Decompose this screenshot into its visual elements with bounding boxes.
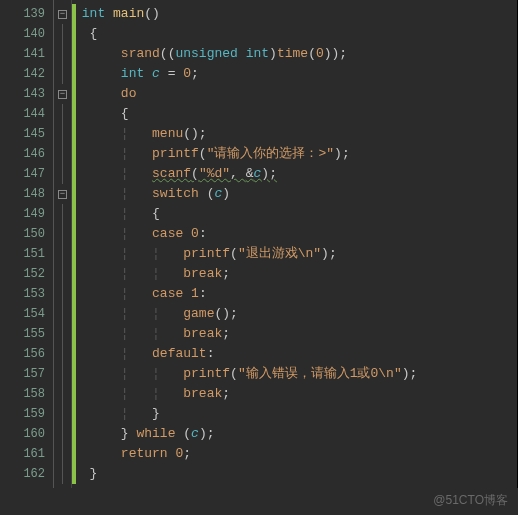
- code-line: ¦ {: [74, 204, 517, 224]
- line-number: 158: [0, 384, 53, 404]
- code-line: ¦ ¦ game();: [74, 304, 517, 324]
- fold-cell: [54, 304, 71, 324]
- fold-cell: [54, 204, 71, 224]
- line-number: 156: [0, 344, 53, 364]
- code-line: ¦ printf("请输入你的选择：>");: [74, 144, 517, 164]
- line-number: 139: [0, 4, 53, 24]
- code-line: } while (c);: [74, 424, 517, 444]
- fold-cell: [54, 344, 71, 364]
- code-line: ¦ scanf("%d", &c);: [74, 164, 517, 184]
- line-number: 145: [0, 124, 53, 144]
- code-line: srand((unsigned int)time(0));: [74, 44, 517, 64]
- fold-cell: [54, 164, 71, 184]
- line-number: 153: [0, 284, 53, 304]
- code-line: {: [74, 104, 517, 124]
- fold-cell: [54, 104, 71, 124]
- code-line: return 0;: [74, 444, 517, 464]
- fold-cell: [54, 364, 71, 384]
- fold-cell: [54, 324, 71, 344]
- code-line: ¦ }: [74, 404, 517, 424]
- line-number: 157: [0, 364, 53, 384]
- code-line: do: [74, 84, 517, 104]
- fold-cell: [54, 244, 71, 264]
- fold-column: −−−: [54, 0, 72, 488]
- fold-cell: [54, 144, 71, 164]
- line-number: 140: [0, 24, 53, 44]
- line-number: 149: [0, 204, 53, 224]
- code-line: }: [74, 464, 517, 484]
- code-line: ¦ case 1:: [74, 284, 517, 304]
- code-line: ¦ ¦ break;: [74, 264, 517, 284]
- code-line: ¦ ¦ printf("退出游戏\n");: [74, 244, 517, 264]
- fold-cell: [54, 264, 71, 284]
- code-line: ¦ ¦ printf("输入错误，请输入1或0\n");: [74, 364, 517, 384]
- line-number: 155: [0, 324, 53, 344]
- line-number: 162: [0, 464, 53, 484]
- fold-cell: [54, 224, 71, 244]
- line-number: 147: [0, 164, 53, 184]
- fold-minus-icon[interactable]: −: [58, 90, 67, 99]
- line-number: 141: [0, 44, 53, 64]
- line-number: 142: [0, 64, 53, 84]
- code-line: ¦ case 0:: [74, 224, 517, 244]
- code-line: {: [74, 24, 517, 44]
- line-number: 148: [0, 184, 53, 204]
- code-line: ¦ menu();: [74, 124, 517, 144]
- code-editor: 1391401411421431441451461471481491501511…: [0, 0, 518, 488]
- fold-cell: [54, 64, 71, 84]
- code-line: ¦ switch (c): [74, 184, 517, 204]
- watermark: @51CTO博客: [433, 492, 508, 509]
- fold-cell: −: [54, 184, 71, 204]
- fold-cell: [54, 384, 71, 404]
- code-line: ¦ ¦ break;: [74, 384, 517, 404]
- line-number: 152: [0, 264, 53, 284]
- code-line: int main(): [74, 4, 517, 24]
- code-area[interactable]: int main() { srand((unsigned int)time(0)…: [72, 0, 517, 488]
- line-number: 160: [0, 424, 53, 444]
- fold-cell: [54, 24, 71, 44]
- line-number: 151: [0, 244, 53, 264]
- fold-minus-icon[interactable]: −: [58, 10, 67, 19]
- line-number: 144: [0, 104, 53, 124]
- line-number: 143: [0, 84, 53, 104]
- fold-cell: [54, 404, 71, 424]
- fold-cell: [54, 124, 71, 144]
- fold-cell: −: [54, 84, 71, 104]
- line-number: 146: [0, 144, 53, 164]
- line-number-gutter: 1391401411421431441451461471481491501511…: [0, 0, 54, 488]
- code-line: ¦ ¦ break;: [74, 324, 517, 344]
- fold-minus-icon[interactable]: −: [58, 190, 67, 199]
- line-number: 161: [0, 444, 53, 464]
- line-number: 154: [0, 304, 53, 324]
- fold-cell: [54, 284, 71, 304]
- line-number: 150: [0, 224, 53, 244]
- fold-cell: [54, 44, 71, 64]
- code-line: int c = 0;: [74, 64, 517, 84]
- fold-cell: [54, 464, 71, 484]
- fold-cell: [54, 424, 71, 444]
- code-line: ¦ default:: [74, 344, 517, 364]
- fold-cell: −: [54, 4, 71, 24]
- fold-cell: [54, 444, 71, 464]
- line-number: 159: [0, 404, 53, 424]
